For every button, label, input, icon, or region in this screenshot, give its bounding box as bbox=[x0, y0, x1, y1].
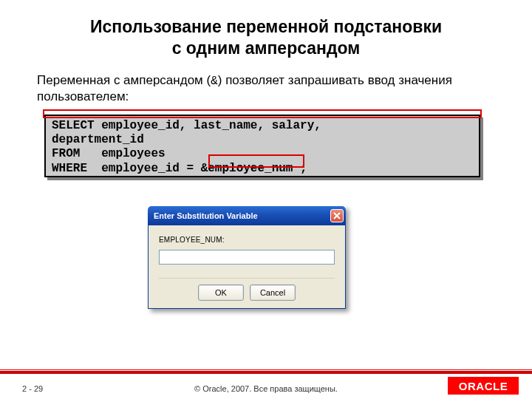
dialog-field-label: EMPLOYEE_NUM: bbox=[159, 236, 335, 244]
dialog-titlebar[interactable]: Enter Substitution Variable bbox=[148, 206, 346, 225]
intro-text: Переменная с амперсандом (&) позволяет з… bbox=[0, 59, 532, 106]
footer-thin-line bbox=[0, 369, 532, 370]
dialog-body: EMPLOYEE_NUM: OK Cancel bbox=[148, 225, 346, 309]
oracle-logo: ORACLE bbox=[448, 377, 519, 395]
substitution-dialog: Enter Substitution Variable EMPLOYEE_NUM… bbox=[148, 206, 346, 309]
title-line-1: Использование переменной подстановки bbox=[90, 17, 442, 36]
slide-footer: 2 - 29 © Oracle, 2007. Все права защищен… bbox=[0, 365, 532, 399]
cancel-button[interactable]: Cancel bbox=[250, 284, 296, 301]
footer-red-bar bbox=[0, 371, 532, 374]
intro-ampersand: & bbox=[211, 75, 218, 88]
sql-code-block: SELECT employee_id, last_name, salary, d… bbox=[44, 115, 480, 177]
dialog-title-text: Enter Substitution Variable bbox=[154, 211, 258, 220]
oracle-logo-text: ORACLE bbox=[459, 380, 508, 392]
code-block-wrap: SELECT employee_id, last_name, salary, d… bbox=[44, 115, 480, 177]
intro-part-1: Переменная с амперсандом ( bbox=[37, 73, 211, 87]
slide: Использование переменной подстановки с о… bbox=[0, 0, 532, 399]
dialog-button-row: OK Cancel bbox=[159, 278, 335, 301]
ok-button[interactable]: OK bbox=[198, 284, 244, 301]
slide-title: Использование переменной подстановки с о… bbox=[0, 0, 532, 59]
title-line-2: с одним амперсандом bbox=[172, 38, 361, 58]
employee-num-input[interactable] bbox=[159, 250, 335, 265]
close-icon[interactable] bbox=[330, 209, 344, 222]
